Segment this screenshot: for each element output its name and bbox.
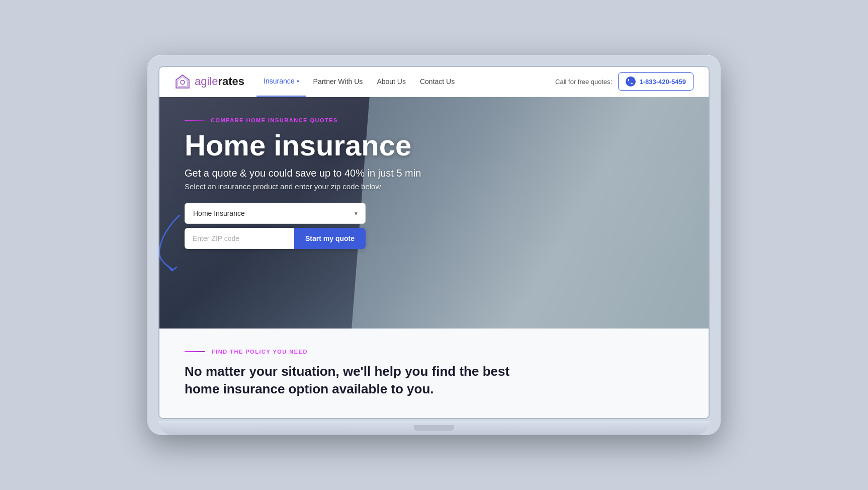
laptop-screen: agilerates Insurance ▾ Partner With Us A… <box>158 66 710 419</box>
laptop-base <box>158 421 710 435</box>
svg-point-2 <box>181 80 185 85</box>
hero-section: COMPARE HOME INSURANCE QUOTES Home insur… <box>159 97 709 329</box>
zip-input[interactable] <box>185 228 294 249</box>
hero-description: Select an insurance product and enter yo… <box>185 182 683 191</box>
nav-about[interactable]: About Us <box>370 66 413 97</box>
dropdown-arrow-icon: ▾ <box>297 78 299 84</box>
quote-form: Home Insurance Auto Insurance Life Insur… <box>185 203 366 249</box>
insurance-select[interactable]: Home Insurance Auto Insurance Life Insur… <box>185 203 366 224</box>
nav-partner[interactable]: Partner With Us <box>306 66 370 97</box>
section-eyebrow-text: FIND THE POLICY YOU NEED <box>212 349 308 355</box>
section-eyebrow-line <box>185 351 205 352</box>
phone-icon <box>626 76 636 87</box>
logo[interactable]: agilerates <box>175 73 244 90</box>
section-title: No matter your situation, we'll help you… <box>185 363 537 398</box>
start-quote-button[interactable]: Start my quote <box>294 228 366 249</box>
eyebrow-text: COMPARE HOME INSURANCE QUOTES <box>211 117 338 123</box>
nav-right: Call for free quotes: 1-833-420-5459 <box>555 72 693 91</box>
nav-links: Insurance ▾ Partner With Us About Us Con… <box>256 66 555 97</box>
logo-text: agilerates <box>195 75 244 88</box>
eyebrow-line <box>185 120 205 121</box>
hero-subtitle: Get a quote & you could save up to 40% i… <box>185 168 683 179</box>
nav-insurance[interactable]: Insurance ▾ <box>256 66 306 97</box>
laptop-notch <box>414 425 454 431</box>
hero-eyebrow: COMPARE HOME INSURANCE QUOTES <box>185 117 683 123</box>
hero-content: COMPARE HOME INSURANCE QUOTES Home insur… <box>159 97 709 269</box>
phone-button[interactable]: 1-833-420-5459 <box>618 72 693 91</box>
call-label: Call for free quotes: <box>555 78 612 86</box>
arrow-decoration-icon <box>159 213 182 273</box>
insurance-select-wrapper: Home Insurance Auto Insurance Life Insur… <box>185 203 366 224</box>
zip-row: Start my quote <box>185 228 366 249</box>
below-hero-section: FIND THE POLICY YOU NEED No matter your … <box>159 329 709 418</box>
section-eyebrow: FIND THE POLICY YOU NEED <box>185 349 683 355</box>
logo-icon <box>175 73 191 90</box>
navbar: agilerates Insurance ▾ Partner With Us A… <box>159 67 709 97</box>
laptop-frame: agilerates Insurance ▾ Partner With Us A… <box>147 55 721 435</box>
nav-contact[interactable]: Contact Us <box>413 66 462 97</box>
hero-title: Home insurance <box>185 129 683 161</box>
